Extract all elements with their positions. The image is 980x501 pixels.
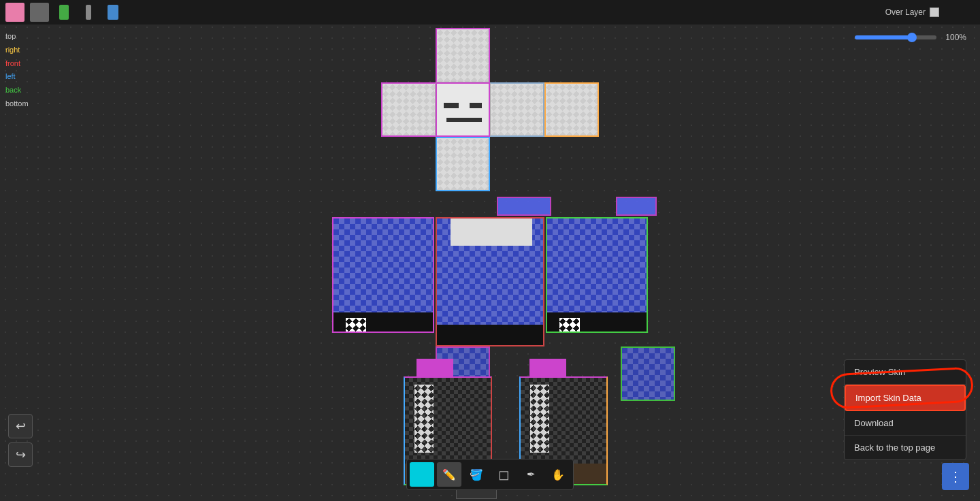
body-right-arm[interactable] [546, 217, 648, 333]
hand-icon: ✋ [551, 468, 565, 481]
avatar-icon[interactable] [5, 3, 24, 22]
torso-top-neck [451, 219, 532, 246]
more-icon: ⋮ [949, 468, 962, 485]
menu-item-import-skin-data[interactable]: Import Skin Data [845, 385, 966, 411]
paint-bucket-tool[interactable]: 🪣 [464, 462, 489, 487]
menu-item-download[interactable]: Download [845, 411, 966, 436]
right-eye [470, 103, 482, 108]
arm-right-cuff [559, 318, 580, 332]
pencil-icon: ✏️ [442, 468, 456, 481]
undo-button[interactable]: ↩ [8, 414, 33, 438]
layer-icon[interactable] [30, 3, 49, 22]
leg-right-stripe [530, 385, 549, 453]
body-torso[interactable] [436, 217, 544, 346]
over-arm-left-top [497, 197, 551, 216]
skin-layout [272, 28, 708, 477]
leg-left-outer [416, 359, 453, 378]
tool-icon-2[interactable] [103, 3, 122, 22]
body-over-arm-right-bottom [621, 346, 675, 401]
bottom-toolbar: ✏️ 🪣 ◻ ✒ ✋ [406, 459, 574, 490]
eraser-tool[interactable]: ◻ [491, 462, 516, 487]
head-back[interactable] [544, 82, 599, 137]
over-layer-control: Over Layer [885, 0, 939, 25]
mouth [446, 118, 482, 122]
undo-redo-controls: ↩ ↪ [8, 414, 33, 467]
menu-item-back-to-top[interactable]: Back to the top page [845, 436, 966, 459]
torso-bottom [437, 325, 543, 345]
head-left[interactable] [490, 82, 544, 137]
eyedropper-tool[interactable]: ✒ [519, 462, 543, 487]
left-eye [444, 103, 459, 108]
color-swatch[interactable] [410, 462, 434, 487]
skin-canvas [0, 25, 980, 501]
menu-item-preview-skin[interactable]: Preview Skin [845, 360, 966, 385]
top-toolbar: Over Layer [0, 0, 980, 25]
over-layer-checkbox[interactable] [930, 7, 939, 17]
body-icon[interactable] [54, 3, 74, 22]
arm-left-cuff [346, 318, 366, 332]
redo-button[interactable]: ↪ [8, 442, 33, 467]
eraser-icon: ◻ [498, 466, 510, 483]
over-layer-label: Over Layer [885, 7, 926, 17]
body-left-arm[interactable] [332, 217, 434, 333]
head-top[interactable] [436, 28, 490, 82]
hand-tool[interactable]: ✋ [546, 462, 570, 487]
head-front[interactable] [436, 82, 490, 137]
over-arm-right-top [616, 197, 657, 216]
eyedropper-icon: ✒ [527, 468, 536, 481]
head-bottom[interactable] [436, 137, 490, 191]
pencil-tool[interactable]: ✏️ [437, 462, 461, 487]
leg-right-outer [529, 359, 566, 378]
head-right[interactable] [381, 82, 436, 137]
paint-bucket-icon: 🪣 [470, 468, 483, 481]
context-menu: Preview Skin Import Skin Data Download B… [844, 359, 966, 460]
tool-icon-1[interactable] [79, 3, 98, 22]
leg-left-stripe [414, 385, 434, 453]
more-options-button[interactable]: ⋮ [942, 463, 969, 490]
